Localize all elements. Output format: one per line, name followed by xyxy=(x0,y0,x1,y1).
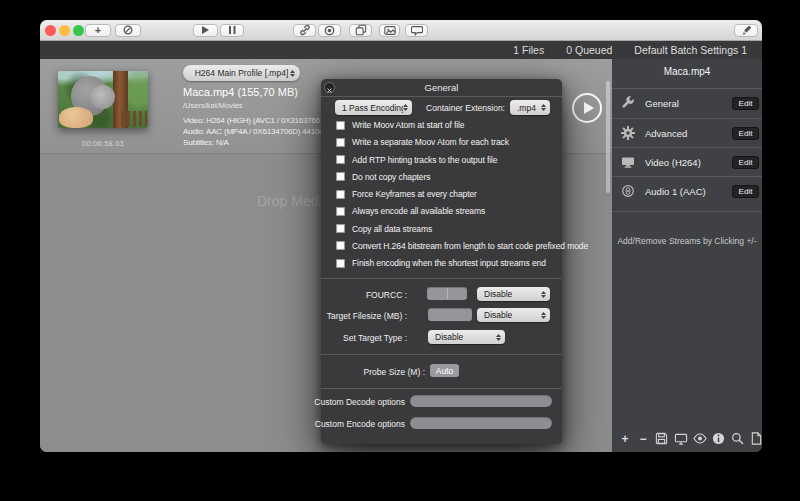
target-filesize-label: Target Filesize (MB) : xyxy=(327,311,407,321)
checkbox[interactable] xyxy=(336,259,345,268)
custom-decode-input[interactable] xyxy=(410,395,552,407)
log-button[interactable] xyxy=(750,432,762,447)
save-button[interactable] xyxy=(655,432,668,447)
edit-audio-button[interactable]: Edit xyxy=(732,185,759,198)
checkbox[interactable] xyxy=(336,121,345,130)
dialog-top-row: 1 Pass Encoding Container Extension: .mp… xyxy=(321,100,562,116)
display-button[interactable] xyxy=(674,432,687,447)
link-button[interactable] xyxy=(293,24,316,37)
edit-video-button[interactable]: Edit xyxy=(732,156,759,169)
checkbox-label: Write a separate Moov Atom for each trac… xyxy=(352,137,509,147)
duration-label: 00:06:58.63 xyxy=(58,139,148,148)
add-stream-button[interactable]: + xyxy=(619,432,631,447)
scrollbar-thumb[interactable] xyxy=(606,81,610,193)
target-type-row: Set Target Type : Disable xyxy=(321,330,562,345)
checkbox-label: Copy all data streams xyxy=(352,224,432,234)
filesize-mode-select[interactable]: Disable xyxy=(477,308,550,322)
checkbox-label: Force Keyframes at every chapter xyxy=(352,189,477,199)
play-file-button[interactable] xyxy=(572,93,602,123)
video-thumbnail xyxy=(58,71,148,128)
display-icon xyxy=(621,155,635,169)
divider xyxy=(612,211,762,212)
checkbox-row: Write Moov Atom at start of file xyxy=(336,120,551,130)
save-icon xyxy=(655,432,668,448)
close-button[interactable] xyxy=(45,25,56,36)
search-button[interactable] xyxy=(731,432,744,447)
checkbox[interactable] xyxy=(336,224,345,233)
sidebar-row-label: Audio 1 (AAC) xyxy=(645,186,706,197)
status-bar: 1 Files 0 Queued Default Batch Settings … xyxy=(40,41,762,59)
probe-size-row: Probe Size (M) : Auto xyxy=(321,364,562,379)
snapshot-button[interactable] xyxy=(379,24,400,37)
checkbox[interactable] xyxy=(336,172,345,181)
custom-decode-label: Custom Decode options xyxy=(314,397,405,407)
checkbox-label: Always encode all available streams xyxy=(352,206,485,216)
target-type-select[interactable]: Disable xyxy=(428,330,505,344)
record-icon xyxy=(324,25,335,36)
checkbox[interactable] xyxy=(336,207,345,216)
wrench-icon xyxy=(621,96,635,110)
custom-encode-row: Custom Encode options xyxy=(321,416,562,431)
sidebar-row-video: Video (H264) Edit xyxy=(612,148,762,177)
record-button[interactable] xyxy=(318,24,341,37)
app-window: + 1 Files 0 Queued D xyxy=(40,20,762,452)
container-extension-label: Container Extension: xyxy=(426,103,505,113)
container-extension-select[interactable]: .mp4 xyxy=(510,100,550,115)
copy-icon xyxy=(355,24,367,36)
add-icon: + xyxy=(621,433,628,446)
checkbox[interactable] xyxy=(336,190,345,199)
chat-icon xyxy=(411,25,423,36)
checkbox-label: Convert H.264 bitstream from length to s… xyxy=(352,241,588,251)
cancel-icon xyxy=(123,25,133,35)
fourcc-label: FOURCC : xyxy=(366,290,407,300)
minimize-button[interactable] xyxy=(59,25,70,36)
checkbox-label: Do not copy chapters xyxy=(352,172,430,182)
general-settings-dialog: General 1 Pass Encoding Container Extens… xyxy=(321,79,562,444)
remove-icon: − xyxy=(639,433,646,446)
zoom-button[interactable] xyxy=(73,25,84,36)
target-filesize-input[interactable] xyxy=(428,308,472,321)
dialog-titlebar: General xyxy=(321,79,562,97)
sidebar-file-title: Maca.mp4 xyxy=(612,66,762,77)
batch-settings-label[interactable]: Default Batch Settings 1 xyxy=(634,44,747,56)
subtitles-info: Subtitles: N/A xyxy=(183,138,229,147)
play-button[interactable] xyxy=(193,24,218,37)
copy-settings-button[interactable] xyxy=(349,24,372,37)
edit-batch-button[interactable] xyxy=(734,24,758,37)
option-checkbox-list: Write Moov Atom at start of file Write a… xyxy=(336,120,551,268)
checkbox[interactable] xyxy=(336,241,345,250)
stepper-icon xyxy=(541,312,546,319)
search-icon xyxy=(731,432,744,448)
cancel-button[interactable] xyxy=(115,24,141,37)
pass-encoding-select[interactable]: 1 Pass Encoding xyxy=(335,100,412,115)
dialog-close-button[interactable] xyxy=(324,82,335,93)
checkbox[interactable] xyxy=(336,155,345,164)
add-icon: + xyxy=(95,25,101,35)
probe-size-button[interactable]: Auto xyxy=(430,364,459,377)
checkbox[interactable] xyxy=(336,138,345,147)
edit-advanced-button[interactable]: Edit xyxy=(732,127,759,140)
chat-button[interactable] xyxy=(405,24,428,37)
preset-select[interactable]: H264 Main Profile [.mp4] xyxy=(183,65,300,81)
edit-general-button[interactable]: Edit xyxy=(732,97,759,110)
gear-icon xyxy=(621,126,635,140)
eye-icon xyxy=(693,433,707,447)
dialog-title: General xyxy=(425,82,459,93)
fourcc-mode-select[interactable]: Disable xyxy=(477,287,550,301)
container-extension-value: .mp4 xyxy=(517,103,541,113)
edit-pencil-icon xyxy=(741,25,752,36)
pause-button[interactable] xyxy=(220,24,244,37)
play-icon xyxy=(202,26,209,34)
add-file-button[interactable]: + xyxy=(85,24,111,37)
add-remove-hint: Add/Remove Streams by Clicking +/- xyxy=(612,236,762,246)
window-titlebar[interactable]: + xyxy=(40,20,762,41)
files-count: 1 Files xyxy=(513,44,544,56)
info-button[interactable] xyxy=(712,432,725,447)
custom-encode-input[interactable] xyxy=(410,417,552,429)
desktop-background: + 1 Files 0 Queued D xyxy=(0,0,800,501)
remove-stream-button[interactable]: − xyxy=(637,432,649,447)
preview-eye-button[interactable] xyxy=(693,432,706,447)
fourcc-mode-value: Disable xyxy=(484,289,541,299)
sidebar-bottom-toolbar: + − xyxy=(612,430,762,449)
fourcc-input[interactable] xyxy=(427,287,467,300)
